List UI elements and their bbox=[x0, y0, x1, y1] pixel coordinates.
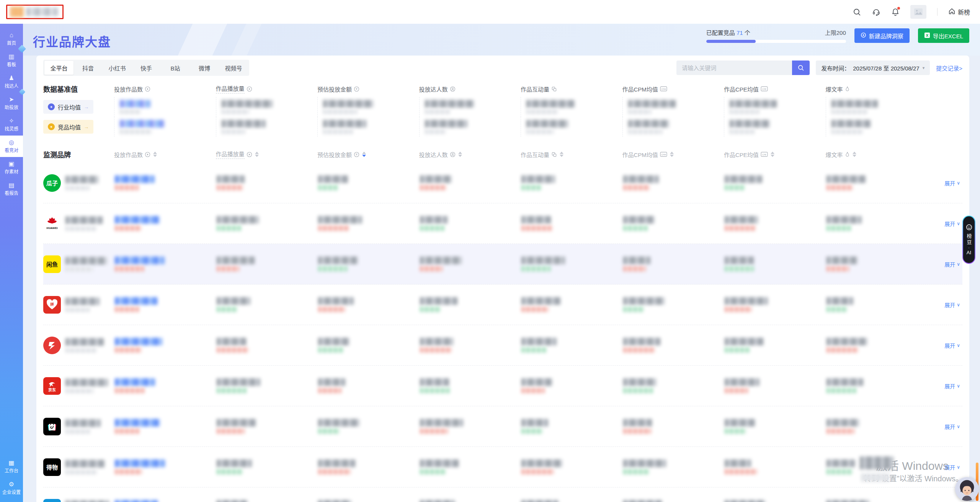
redacted-value bbox=[420, 459, 459, 467]
ai-button-label: 榜豆 bbox=[965, 234, 973, 246]
decor-streak bbox=[225, 24, 265, 56]
redacted-value bbox=[521, 347, 547, 353]
column-header-7[interactable]: 爆文率 bbox=[826, 150, 928, 159]
brand-logo-1[interactable]: HUAWEI bbox=[43, 215, 61, 232]
expand-link-2[interactable]: 展开∨ bbox=[944, 260, 960, 268]
sort-toggle-icon[interactable] bbox=[560, 152, 564, 157]
chevron-down-icon: ∨ bbox=[957, 343, 960, 348]
tab-platform-0[interactable]: 全平台 bbox=[44, 61, 74, 75]
expand-label: 展开 bbox=[944, 179, 955, 187]
brand-row: 展开∨ bbox=[43, 406, 962, 447]
ai-assistant-button[interactable]: 榜豆 · AI bbox=[962, 216, 975, 264]
date-range-picker[interactable]: 发布时间： 2025/07/28 至 2025/08/27 ▾ bbox=[816, 61, 930, 75]
redacted-value bbox=[521, 500, 558, 502]
column-label: 预估投放金额 bbox=[317, 85, 352, 93]
tab-platform-3[interactable]: 快手 bbox=[132, 61, 161, 75]
sidebar-item-workbench[interactable]: ▦工作台 bbox=[0, 456, 23, 477]
sidebar-item-competitor[interactable]: ◎看竞对 bbox=[0, 136, 23, 157]
redacted-value bbox=[526, 110, 558, 114]
sort-toggle-icon[interactable] bbox=[458, 152, 462, 157]
sidebar-item-label: 看板 bbox=[7, 61, 16, 67]
brand-logo-3[interactable]: 拼 bbox=[43, 296, 61, 314]
redacted-value bbox=[217, 428, 245, 434]
column-header-2[interactable]: 预估投放金额¥ bbox=[317, 150, 419, 159]
redacted-value bbox=[217, 266, 239, 271]
expand-link-3[interactable]: 展开∨ bbox=[944, 301, 960, 309]
column-header-3[interactable]: 投放达人数 bbox=[419, 150, 521, 159]
expand-link-1[interactable]: 展开∨ bbox=[944, 220, 960, 227]
expand-link-0[interactable]: 展开∨ bbox=[944, 179, 960, 187]
tab-platform-4[interactable]: B站 bbox=[161, 61, 190, 75]
column-header-5[interactable]: 作品CPM均值CPM bbox=[622, 150, 724, 159]
nav-home-link[interactable]: 新榜 bbox=[948, 7, 970, 16]
redacted-value bbox=[115, 388, 144, 393]
redacted-value bbox=[725, 216, 758, 224]
keyword-search-input[interactable] bbox=[676, 61, 792, 75]
expand-link-4[interactable]: 展开∨ bbox=[944, 342, 960, 349]
support-headset-icon[interactable] bbox=[872, 8, 880, 16]
brand-logo-5[interactable]: 京东 bbox=[43, 377, 61, 395]
submit-records-link[interactable]: 提交记录> bbox=[936, 64, 962, 72]
benchmark-pill-0[interactable]: ✦行业均值→ bbox=[43, 100, 93, 114]
brand-data-cell bbox=[317, 203, 419, 244]
column-label: 作品CPE均值 bbox=[724, 150, 759, 159]
brand-logo-2[interactable]: 闲鱼 bbox=[43, 255, 61, 273]
redacted-value bbox=[115, 226, 141, 231]
sort-toggle-icon[interactable] bbox=[255, 152, 259, 157]
flame-icon bbox=[845, 152, 850, 157]
assistant-avatar[interactable] bbox=[955, 477, 979, 501]
chevron-down-icon: ∨ bbox=[957, 424, 960, 429]
tab-platform-2[interactable]: 小红书 bbox=[103, 61, 132, 75]
brand-data-cell bbox=[419, 285, 521, 325]
column-header-4[interactable]: 作品互动量 bbox=[521, 150, 622, 159]
tab-platform-6[interactable]: 视频号 bbox=[219, 61, 248, 75]
sort-toggle-icon[interactable] bbox=[853, 152, 856, 157]
tab-platform-5[interactable]: 微博 bbox=[190, 61, 219, 75]
expand-link-6[interactable]: 展开∨ bbox=[944, 423, 960, 430]
column-header-6[interactable]: 作品CPE均值CPE bbox=[724, 150, 826, 159]
sort-toggle-icon[interactable] bbox=[153, 152, 157, 157]
redacted-value bbox=[65, 267, 93, 271]
brand-logo-4[interactable] bbox=[43, 337, 61, 354]
sort-toggle-icon[interactable] bbox=[670, 152, 674, 157]
expand-link-5[interactable]: 展开∨ bbox=[944, 382, 960, 390]
brand-data-cell bbox=[521, 163, 622, 203]
brand-logo-0[interactable]: 瓜子 bbox=[43, 174, 61, 192]
notifications-bell-icon[interactable] bbox=[891, 8, 900, 16]
chevron-down-icon: ∨ bbox=[957, 464, 960, 470]
brand-data-cell bbox=[114, 163, 216, 203]
brand-logo-6[interactable] bbox=[43, 418, 61, 435]
brand-data-cell bbox=[216, 203, 318, 244]
brand-logo-8[interactable] bbox=[43, 499, 61, 502]
benchmark-header-row: 数据基准值 投放作品数作品播放量预估投放金额¥投放达人数作品互动量作品CPM均值… bbox=[43, 81, 962, 97]
sidebar-item-reports[interactable]: ▤看报告 bbox=[0, 178, 23, 200]
brand-logo-7[interactable]: 得物 bbox=[43, 458, 61, 476]
sidebar-item-board[interactable]: ▥看板 bbox=[0, 50, 23, 71]
sidebar-item-find-talent[interactable]: ♟找达人 bbox=[0, 71, 23, 93]
sidebar-item-inspiration[interactable]: ✧找灵感 bbox=[0, 114, 23, 136]
redacted-value bbox=[826, 338, 867, 345]
sidebar-item-promote[interactable]: ➤助投放 bbox=[0, 93, 23, 114]
brand-data-cell bbox=[622, 244, 724, 284]
sidebar-item-assets[interactable]: ▣存素材 bbox=[0, 157, 23, 178]
redacted-value bbox=[628, 100, 676, 108]
play-circle-icon bbox=[247, 86, 252, 92]
sort-toggle-icon[interactable] bbox=[362, 152, 366, 157]
tab-platform-1[interactable]: 抖音 bbox=[74, 61, 103, 75]
create-insight-button[interactable]: 新建品牌洞察 bbox=[854, 28, 910, 43]
export-excel-button[interactable]: X 导出EXCEL bbox=[918, 28, 969, 43]
redacted-value bbox=[323, 129, 353, 134]
search-submit-button[interactable] bbox=[792, 61, 810, 75]
sidebar-item-settings[interactable]: ⚙企业设置 bbox=[0, 477, 23, 499]
redacted-value bbox=[217, 500, 248, 502]
brand-data-cell bbox=[521, 203, 622, 244]
user-avatar-placeholder[interactable] bbox=[910, 5, 926, 19]
column-header-1[interactable]: 作品播放量 bbox=[216, 150, 318, 159]
search-icon[interactable] bbox=[853, 8, 861, 16]
redacted-value bbox=[115, 257, 165, 264]
column-header-0[interactable]: 投放作品数 bbox=[114, 150, 216, 159]
column-label: 爆文率 bbox=[826, 85, 843, 93]
redacted-value bbox=[65, 338, 104, 346]
benchmark-pill-1[interactable]: ✦竞品均值→ bbox=[43, 120, 93, 134]
sort-toggle-icon[interactable] bbox=[771, 152, 774, 157]
